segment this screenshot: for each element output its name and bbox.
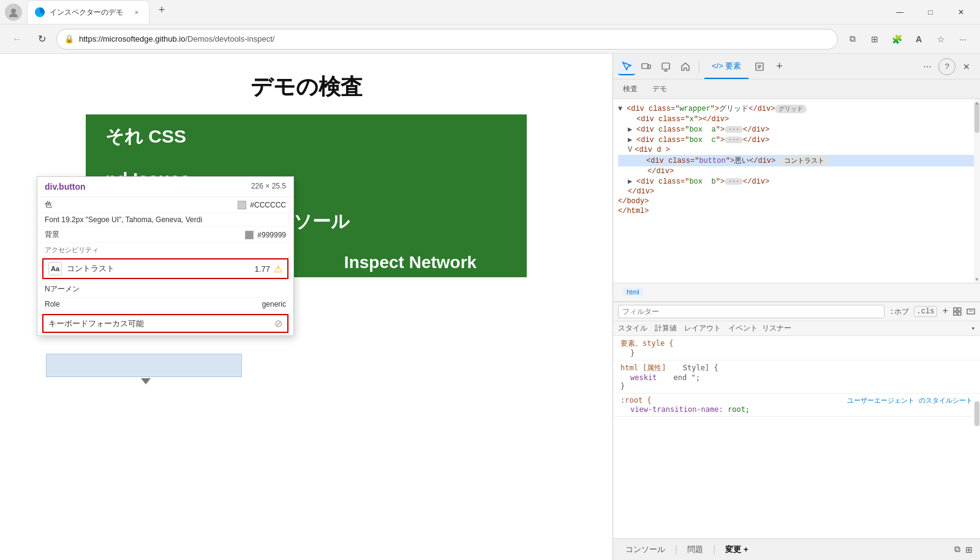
minimize-button[interactable]: — (886, 2, 914, 22)
close-button[interactable]: ✕ (947, 2, 975, 22)
refresh-button[interactable]: ↻ (32, 29, 51, 49)
dom-close-boxc: </div> (743, 136, 769, 144)
add-style-rule-button[interactable]: + (942, 306, 948, 317)
tab-inspector-demo[interactable]: インスペクターのデモ × (27, 0, 149, 24)
html-breadcrumb[interactable]: html (623, 288, 643, 296)
tooltip-bg-label: 背景 (45, 230, 81, 240)
bottom-action-2[interactable]: ⊞ (965, 544, 973, 554)
dom-scrollbar-track[interactable]: ▲ ▼ (974, 99, 980, 283)
screen-cast-button[interactable]: ⧉ (843, 29, 862, 49)
new-tab-button[interactable]: + (152, 0, 172, 20)
dom-badge-grid[interactable]: グリッド (775, 105, 807, 113)
tooltip-name-row: Nアーメン (37, 282, 293, 297)
tab-close-button[interactable]: × (132, 7, 141, 17)
inspect-network-button[interactable]: Inspect Network (294, 244, 527, 277)
add-panel-button[interactable]: + (771, 58, 788, 75)
toolbar-more-actions: ··· ? ✕ (919, 58, 975, 75)
scroll-down-arrow[interactable]: ▼ (974, 275, 980, 283)
style-block-html-attr: html [属性] Style] { weskit end "; } (613, 360, 980, 394)
styles-icon1[interactable] (953, 307, 962, 316)
dom-row-x[interactable]: <div class="x"></div> (618, 114, 975, 124)
help-button[interactable]: ? (938, 58, 956, 75)
dom-row-close-html[interactable]: </html> (618, 206, 975, 216)
cls-button[interactable]: .cls (914, 306, 938, 317)
dom-badge-boxc[interactable]: ··· (725, 136, 743, 143)
back-button[interactable]: ← (7, 29, 27, 49)
styles-filter-input[interactable] (618, 305, 884, 318)
style-closing-element: } (620, 349, 973, 357)
styles-icon2[interactable] (967, 307, 975, 316)
style-closing-html-attr: } (620, 382, 973, 390)
page-title: デモの検査 (251, 72, 363, 102)
dom-arrow-btn (638, 157, 646, 165)
tooltip-size: 226 × 25.5 (251, 182, 286, 190)
dom-tree[interactable]: ▲ ▼ ▼ <div class="wrapper"> グリッド </div> … (613, 99, 980, 283)
device-emulation-button[interactable] (638, 58, 655, 75)
dom-tag-boxa: <div class="box a"> (636, 125, 725, 134)
subtab-demo[interactable]: デモ (650, 80, 669, 99)
more-button[interactable]: ··· (953, 29, 973, 49)
styles-scrollbar-thumb[interactable] (974, 401, 979, 426)
styles-dropdown-arrow[interactable]: ▾ (971, 324, 975, 332)
svg-rect-12 (954, 312, 957, 315)
contrast-row: Aa コントラスト 1.77 ⚠ (42, 258, 288, 279)
tab-elements[interactable]: </> 要素 (704, 54, 748, 79)
styles-tab-label: スタイル 計算値 レイアウト イベント リスナー (618, 323, 791, 334)
address-box[interactable]: 🔒 https://microsoftedge.github.io/Demos/… (56, 29, 838, 50)
profile-icon[interactable] (5, 4, 22, 21)
css-button[interactable]: それ CSS (105, 124, 507, 149)
dom-arrow[interactable]: ▼ (618, 105, 627, 113)
elements-tab-label: </> 要素 (712, 61, 741, 72)
dom-row-close-body[interactable]: </body> (618, 196, 975, 206)
dom-badge-boxb[interactable]: ··· (725, 178, 743, 185)
dom-row-boxc[interactable]: ▶ <div class="box c"> ··· </div> (618, 135, 975, 145)
style-block-element: 要素。style { } (613, 336, 980, 360)
console-tab[interactable]: コンソール (620, 544, 670, 555)
style-prop-vtn: view-transition-name: root; (620, 405, 973, 414)
grid-button[interactable]: ⊞ (865, 29, 884, 49)
dom-badge-boxa[interactable]: ··· (725, 126, 743, 133)
dom-row-boxa[interactable]: ▶ <div class="box a"> ··· </div> (618, 124, 975, 135)
lock-icon: 🔒 (64, 34, 74, 43)
dom-close-html: </html> (618, 207, 649, 215)
favorites-button[interactable]: ☆ (931, 29, 951, 49)
dom-row-wrapper[interactable]: ▼ <div class="wrapper"> グリッド </div> グリッド (618, 103, 975, 114)
scroll-up-arrow[interactable]: ▲ (974, 99, 980, 106)
style-selector-html-attr: html [属性] Style] { (620, 363, 973, 373)
maximize-button[interactable]: □ (916, 2, 944, 22)
dom-row-close-wrapper[interactable]: </div> (618, 187, 975, 196)
main-area: デモの検査 それ CSS nd Issues se コンソール (0, 54, 980, 560)
styles-tab-selector[interactable]: スタイル 計算値 レイアウト イベント リスナー ▾ (613, 321, 980, 336)
extensions-button[interactable]: 🧩 (887, 29, 907, 49)
sources-button[interactable] (751, 58, 768, 75)
changes-tab[interactable]: 変更 + (720, 544, 753, 555)
close-devtools-button[interactable]: ✕ (958, 58, 975, 75)
contrast-warning-icon: ⚠ (274, 263, 282, 275)
dom-text: グリッド (719, 103, 748, 114)
dom-arrow-boxa[interactable]: ▶ (628, 125, 636, 134)
issues-tab[interactable]: 問題 (682, 544, 708, 555)
dom-row-boxb[interactable]: ▶ <div class="box b"> ··· </div> (618, 176, 975, 187)
dom-text-btn: 悪い (734, 155, 749, 166)
svg-point-0 (11, 9, 16, 13)
bottom-action-1[interactable]: ⧉ (954, 544, 960, 554)
svg-rect-10 (954, 308, 957, 311)
keyboard-row: キーボードフォーカス可能 ⊘ (42, 314, 288, 333)
dom-row-button[interactable]: <div class="button"> 悪い </div> コントラスト (618, 155, 975, 166)
dom-scrollbar-thumb[interactable] (974, 102, 979, 133)
dom-row-close-div[interactable]: </div> (618, 166, 975, 176)
keyboard-label: キーボードフォーカス可能 (48, 318, 274, 329)
url-domain: https://microsoftedge.github.io (79, 34, 185, 43)
home-button[interactable] (677, 58, 694, 75)
address-bar-actions: ⧉ ⊞ 🧩 A ☆ ··· (843, 29, 973, 49)
more-tools-button[interactable]: ··· (919, 58, 936, 75)
subtab-inspect[interactable]: 検査 (620, 80, 640, 99)
screen-button[interactable] (657, 58, 674, 75)
dom-arrow-boxb[interactable]: ▶ (628, 177, 636, 186)
dom-row-divd[interactable]: V <div d > (618, 145, 975, 155)
pseudo-class-button[interactable]: :ホブ (889, 307, 908, 317)
font-size-button[interactable]: A (909, 29, 929, 49)
styles-scrollbar-track[interactable] (974, 401, 980, 427)
inspect-element-button[interactable] (618, 58, 635, 75)
dom-arrow-boxc[interactable]: ▶ (628, 135, 636, 144)
